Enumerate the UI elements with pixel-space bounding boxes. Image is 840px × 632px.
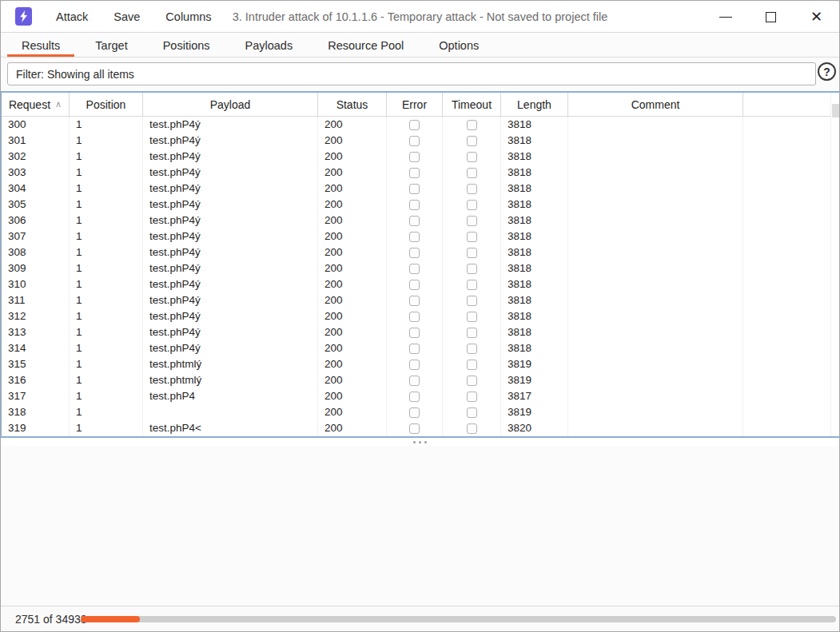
timeout-checkbox[interactable]: [467, 392, 477, 402]
error-checkbox[interactable]: [409, 407, 420, 418]
timeout-checkbox[interactable]: [467, 376, 477, 386]
timeout-checkbox[interactable]: [467, 248, 477, 258]
error-checkbox[interactable]: [409, 376, 420, 386]
filler-cell: [743, 133, 840, 149]
column-header-request[interactable]: Request ∧: [2, 93, 70, 116]
error-checkbox[interactable]: [409, 360, 420, 370]
menu-attack[interactable]: Attack: [43, 1, 101, 33]
column-header-length[interactable]: Length: [501, 93, 568, 116]
error-checkbox[interactable]: [409, 168, 420, 178]
timeout-checkbox[interactable]: [467, 184, 477, 194]
timeout-checkbox[interactable]: [467, 168, 477, 178]
table-row[interactable]: 3011test.phP4ý2003818: [2, 133, 840, 149]
error-checkbox[interactable]: [409, 248, 420, 258]
table-row[interactable]: 3111test.phP4ý2003818: [2, 292, 840, 308]
table-row[interactable]: 3191test.phP4<2003820: [2, 420, 840, 436]
timeout-checkbox[interactable]: [467, 152, 477, 162]
error-checkbox[interactable]: [409, 312, 420, 322]
timeout-checkbox[interactable]: [467, 232, 477, 242]
payload-cell: test.phP4: [143, 388, 318, 404]
pane-splitter[interactable]: [1, 438, 839, 446]
filter-box[interactable]: Filter: Showing all items: [7, 62, 816, 85]
tab-options[interactable]: Options: [421, 34, 496, 57]
timeout-checkbox[interactable]: [467, 120, 477, 130]
timeout-checkbox[interactable]: [467, 360, 477, 370]
close-button[interactable]: ✕: [794, 1, 839, 33]
table-row[interactable]: 3081test.phP4ý2003818: [2, 244, 840, 260]
menu-columns[interactable]: Columns: [153, 1, 224, 33]
column-header-timeout[interactable]: Timeout: [443, 93, 501, 116]
table-row[interactable]: 3091test.phP4ý2003818: [2, 260, 840, 276]
table-row[interactable]: 3141test.phP4ý2003818: [2, 340, 840, 356]
column-header-payload[interactable]: Payload: [143, 93, 318, 116]
help-icon[interactable]: ?: [818, 62, 836, 81]
column-header-comment[interactable]: Comment: [568, 93, 743, 116]
tab-positions[interactable]: Positions: [145, 34, 228, 57]
table-row[interactable]: 3101test.phP4ý2003818: [2, 276, 840, 292]
table-row[interactable]: 3071test.phP4ý2003818: [2, 229, 840, 244]
minimize-button[interactable]: [703, 1, 748, 33]
timeout-cell: [443, 404, 501, 420]
timeout-checkbox[interactable]: [467, 280, 477, 290]
table-row[interactable]: 3031test.phP4ý2003818: [2, 165, 840, 181]
comment-cell: [568, 197, 743, 213]
error-checkbox[interactable]: [409, 296, 420, 306]
request-cell: 316: [2, 372, 70, 388]
table-row[interactable]: 3131test.phP4ý2003818: [2, 324, 840, 340]
error-checkbox[interactable]: [409, 344, 420, 354]
timeout-checkbox[interactable]: [467, 200, 477, 210]
error-checkbox[interactable]: [409, 232, 420, 242]
table-row[interactable]: 3021test.phP4ý2003818: [2, 149, 840, 165]
table-row[interactable]: 3171test.phP42003817: [2, 388, 840, 404]
tab-results[interactable]: Results: [4, 34, 78, 57]
maximize-button[interactable]: [748, 1, 794, 33]
tab-target[interactable]: Target: [78, 34, 145, 57]
payload-cell: test.phP4ý: [143, 197, 318, 213]
timeout-checkbox[interactable]: [467, 328, 477, 338]
menu-save[interactable]: Save: [101, 1, 153, 33]
tab-payloads[interactable]: Payloads: [228, 34, 311, 57]
table-row[interactable]: 3051test.phP4ý2003818: [2, 197, 840, 213]
timeout-cell: [443, 356, 501, 372]
error-checkbox[interactable]: [409, 120, 420, 130]
scrollbar-thumb[interactable]: [832, 104, 840, 117]
timeout-checkbox[interactable]: [467, 216, 477, 226]
timeout-checkbox[interactable]: [467, 264, 477, 274]
column-header-error[interactable]: Error: [387, 93, 443, 116]
status-cell: 200: [318, 404, 387, 420]
table-row[interactable]: 3061test.phP4ý2003818: [2, 213, 840, 229]
error-cell: [387, 388, 443, 404]
table-row[interactable]: 3121test.phP4ý2003818: [2, 308, 840, 324]
table-row[interactable]: 3161test.phtmlý2003819: [2, 372, 840, 388]
error-checkbox[interactable]: [409, 392, 420, 402]
timeout-checkbox[interactable]: [467, 136, 477, 146]
payload-cell: test.phtmlý: [143, 356, 318, 372]
error-checkbox[interactable]: [409, 264, 420, 274]
timeout-checkbox[interactable]: [467, 407, 477, 418]
column-header-position[interactable]: Position: [70, 93, 143, 116]
timeout-checkbox[interactable]: [467, 312, 477, 322]
error-checkbox[interactable]: [409, 423, 420, 434]
timeout-checkbox[interactable]: [467, 423, 477, 434]
length-cell: 3818: [501, 229, 568, 244]
timeout-checkbox[interactable]: [467, 296, 477, 306]
tab-resource-pool[interactable]: Resource Pool: [310, 34, 421, 57]
vertical-scrollbar[interactable]: [830, 93, 840, 436]
timeout-checkbox[interactable]: [467, 344, 477, 354]
error-checkbox[interactable]: [409, 152, 420, 162]
column-header-status[interactable]: Status: [318, 93, 387, 116]
table-row[interactable]: 3041test.phP4ý2003818: [2, 181, 840, 197]
table-row[interactable]: 3001test.phP4ý2003818: [2, 117, 840, 133]
error-checkbox[interactable]: [409, 136, 420, 146]
comment-cell: [568, 420, 743, 436]
error-checkbox[interactable]: [409, 184, 420, 194]
table-row[interactable]: 31812003819: [2, 404, 840, 420]
error-checkbox[interactable]: [409, 216, 420, 226]
table-row[interactable]: 3151test.phtmlý2003819: [2, 356, 840, 372]
status-cell: 200: [318, 229, 387, 244]
error-checkbox[interactable]: [409, 280, 420, 290]
status-cell: 200: [318, 165, 387, 181]
error-checkbox[interactable]: [409, 200, 420, 210]
status-cell: 200: [318, 324, 387, 340]
error-checkbox[interactable]: [409, 328, 420, 338]
